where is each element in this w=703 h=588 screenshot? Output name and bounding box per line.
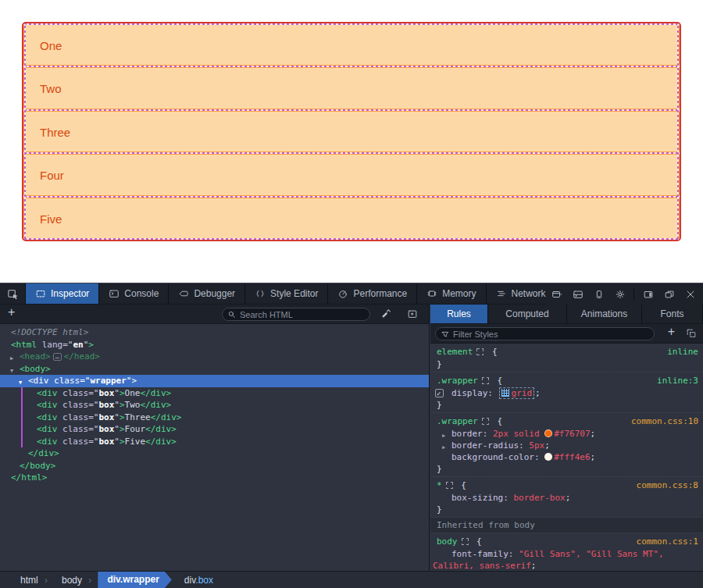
responsive-design-button[interactable]	[589, 283, 608, 305]
markup-line[interactable]: <div class="box">Four</div>	[0, 423, 429, 436]
wrapped-value-line: Calibri, sans-serif;	[433, 560, 698, 571]
stylesheet-link[interactable]: common.css:1	[637, 536, 698, 547]
css-declaration[interactable]: ▶border-radius: 5px;	[430, 440, 703, 451]
css-declaration[interactable]: font-family: "Gill Sans", "Gill Sans MT"…	[430, 548, 703, 571]
markup-token: </div>	[140, 400, 171, 410]
color-swatch[interactable]	[544, 453, 552, 461]
markup-line[interactable]: </body>	[0, 460, 429, 472]
markup-token: <body>	[20, 364, 51, 374]
pick-element-icon	[7, 288, 19, 300]
close-button[interactable]	[680, 283, 700, 305]
tab-console[interactable]: Console	[99, 283, 169, 304]
css-declaration[interactable]: ▶border: 2px solid #f76707;	[430, 428, 703, 440]
network-icon	[496, 288, 507, 299]
close-icon	[685, 289, 696, 300]
grid-toggle-icon[interactable]	[501, 389, 509, 397]
markup-line[interactable]: </div>	[0, 447, 429, 460]
markup-line[interactable]: ▼<body>	[0, 363, 429, 376]
breadcrumb-tag: div	[184, 575, 195, 586]
css-declaration[interactable]: background-color: #fff4e6;	[430, 451, 703, 463]
highlight-target-icon[interactable]	[476, 348, 484, 355]
css-property-name: border:	[451, 429, 493, 439]
tab-memory[interactable]: Memory	[417, 283, 486, 304]
class-corners-glyph	[686, 328, 697, 339]
breadcrumb-bar: html›body›div.wrapperdiv.box	[0, 571, 703, 588]
filter-styles-input[interactable]	[453, 330, 649, 339]
markup-line[interactable]: <html lang="en">	[0, 339, 429, 351]
markup-line[interactable]: <div class="box">Two</div>	[0, 399, 429, 412]
semicolon: ;	[531, 561, 537, 571]
select-iframe-button[interactable]	[547, 283, 566, 305]
css-declaration[interactable]: display: grid;	[430, 387, 703, 399]
semicolon: ;	[566, 493, 571, 503]
stylesheet-link[interactable]: common.css:10	[631, 415, 698, 427]
css-property-name: box-sizing:	[451, 493, 513, 503]
eyedropper-icon[interactable]	[380, 308, 391, 319]
tab-inspector[interactable]: Inspector	[26, 283, 99, 304]
markup-line[interactable]: </html>	[0, 472, 429, 484]
tab-animations[interactable]: Animations	[567, 305, 642, 323]
markup-token: </div>	[151, 412, 182, 422]
settings-button[interactable]	[610, 283, 630, 305]
markup-token: "	[114, 388, 120, 398]
tab-rules[interactable]: Rules	[430, 305, 488, 323]
breadcrumb-item[interactable]: div.box	[180, 575, 218, 586]
tab-network[interactable]: Network	[487, 283, 556, 304]
console-icon	[109, 288, 120, 299]
markup-token: >	[120, 388, 125, 398]
highlight-target-icon[interactable]	[446, 482, 453, 489]
class-panel-toggle-icon[interactable]	[686, 328, 697, 339]
highlight-target-icon[interactable]	[462, 538, 469, 545]
tab-debugger[interactable]: Debugger	[169, 283, 245, 304]
tab-computed[interactable]: Computed	[488, 305, 567, 323]
stylesheet-link[interactable]: inline:3	[657, 375, 698, 387]
stylesheet-link[interactable]: common.css:8	[637, 479, 698, 491]
markup-token: <div	[37, 424, 58, 434]
css-value: grid	[512, 388, 533, 398]
css-declaration[interactable]: box-sizing: border-box;	[430, 492, 703, 504]
add-node-button[interactable]: +	[8, 305, 15, 319]
rule-selector-line: element {inline	[430, 345, 703, 358]
breadcrumb-item-selected[interactable]: div.wrapper	[98, 572, 171, 588]
breadcrumb-tag: body	[62, 575, 82, 586]
markup-token: class="	[49, 376, 91, 386]
tab-fonts[interactable]: Fonts	[642, 305, 703, 323]
color-swatch[interactable]	[544, 429, 552, 437]
dock-side-button[interactable]	[638, 283, 658, 305]
markup-line[interactable]: ▶<head>…</head>	[0, 351, 429, 363]
tab-label: Inspector	[51, 288, 89, 299]
markup-line[interactable]: <div class="box">Five</div>	[0, 436, 429, 448]
markup-token: </div>	[28, 448, 59, 458]
inspector-icon	[35, 288, 46, 299]
highlight-target-icon[interactable]	[482, 418, 489, 425]
tab-performance[interactable]: Performance	[328, 283, 417, 304]
declaration-checkbox[interactable]	[435, 389, 444, 397]
markup-line[interactable]: <div class="box">Three</div>	[0, 412, 429, 424]
tab-label: Performance	[353, 288, 407, 299]
markup-token: box	[98, 412, 114, 422]
breadcrumb-item[interactable]: html	[16, 575, 43, 586]
markup-token: class="	[58, 412, 99, 422]
markup-tree: <!DOCTYPE html><html lang="en">▶<head>…<…	[0, 324, 430, 571]
markup-line[interactable]: <div class="box">One</div>	[0, 387, 429, 400]
markup-token: box	[98, 424, 114, 434]
rules-sidebar: RulesComputedAnimationsFonts + element {…	[430, 305, 703, 571]
three-pane-toggle-icon[interactable]	[407, 308, 418, 319]
add-rule-button[interactable]: +	[668, 325, 675, 339]
stylesheet-link[interactable]: inline	[667, 346, 698, 358]
pick-element-button[interactable]	[0, 283, 26, 304]
markup-line[interactable]: <!DOCTYPE html>	[0, 326, 429, 339]
dock-side-icon	[643, 289, 654, 300]
devtools-tabs: InspectorConsoleDebuggerStyle EditorPerf…	[26, 283, 556, 304]
highlight-target-icon[interactable]	[482, 377, 489, 384]
separate-window-button[interactable]	[659, 283, 679, 305]
grid-value-toggle[interactable]: grid	[499, 387, 535, 399]
rule-block: element {inline}	[430, 344, 703, 372]
split-console-button[interactable]	[568, 283, 587, 305]
page-box: Two	[23, 66, 680, 109]
tab-style-editor[interactable]: Style Editor	[245, 283, 328, 304]
page-box: One	[23, 23, 680, 66]
search-html-input[interactable]	[240, 310, 365, 319]
breadcrumb-item[interactable]: body	[57, 575, 87, 586]
markup-line-selected[interactable]: ▼<div class="wrapper">	[0, 375, 429, 387]
